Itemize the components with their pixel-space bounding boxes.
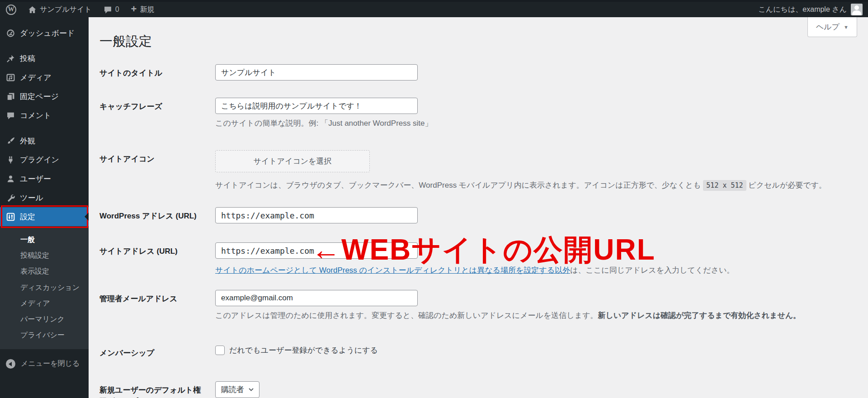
submenu-item-reading[interactable]: 表示設定: [0, 263, 89, 279]
home-icon: [28, 5, 37, 14]
comment-bubble-icon: [104, 5, 112, 14]
pages-icon: [6, 92, 15, 101]
membership-checkbox-label: だれでもユーザー登録ができるようにする: [229, 345, 378, 355]
tagline-input[interactable]: [215, 98, 418, 114]
site-address-help-link[interactable]: サイトのホームページとして WordPress のインストールディレクトリとは異…: [215, 266, 570, 275]
visit-site-button[interactable]: サンプルサイト: [22, 2, 98, 17]
chevron-down-icon: ▼: [844, 24, 849, 30]
sidebar-item-appearance[interactable]: 外観: [0, 131, 89, 150]
main-content: ヘルプ ▼ 一般設定 サイトのタイトル キャッチフレーズ このサイトの簡単な説明…: [89, 17, 868, 398]
admin-bar-site-name: サンプルサイト: [40, 5, 92, 14]
sidebar-item-label: コメント: [20, 110, 52, 121]
sidebar-item-label: 設定: [20, 212, 35, 222]
form-row-tagline: キャッチフレーズ このサイトの簡単な説明。例: 「Just another Wo…: [99, 98, 857, 129]
wordpress-admin-general-settings: W サンプルサイト 0 + 新規 こんにちは、example さん: [0, 0, 868, 398]
site-title-input[interactable]: [215, 64, 418, 81]
comments-shortcut[interactable]: 0: [98, 2, 125, 17]
admin-email-label: 管理者メールアドレス: [99, 290, 215, 322]
site-address-label: サイトアドレス (URL): [99, 242, 215, 276]
sidebar-item-label: メディア: [20, 72, 52, 83]
tagline-description: このサイトの簡単な説明。例: 「Just another WordPress s…: [215, 118, 432, 129]
settings-icon: [6, 213, 15, 221]
admin-sidebar: ダッシュボード 投稿 メディア 固定ページ: [0, 17, 89, 398]
sidebar-item-posts[interactable]: 投稿: [0, 49, 89, 68]
site-icon-desc-text: サイトアイコンは、ブラウザのタブ、ブックマークバー、WordPress モバイル…: [215, 181, 703, 190]
tools-icon: [6, 194, 15, 202]
wordpress-menu-button[interactable]: W: [0, 2, 22, 17]
sidebar-item-comments[interactable]: コメント: [0, 106, 89, 125]
sidebar-item-tools[interactable]: ツール: [0, 188, 89, 207]
plus-icon: +: [131, 4, 137, 14]
submenu-item-permalinks[interactable]: パーマリンク: [0, 311, 89, 327]
form-row-admin-email: 管理者メールアドレス このアドレスは管理のために使用されます。変更すると、確認の…: [99, 290, 857, 322]
icon-size-code: 512 x 512: [703, 180, 746, 191]
default-role-value: 購読者: [221, 384, 244, 395]
form-row-site-icon: サイトアイコン サイトアイコンを選択 サイトアイコンは、ブラウザのタブ、ブックマ…: [99, 150, 857, 191]
submenu-item-general[interactable]: 一般: [0, 232, 89, 247]
sidebar-item-settings[interactable]: 設定: [0, 207, 89, 226]
site-address-input[interactable]: [215, 242, 418, 259]
appearance-icon: [6, 137, 15, 145]
media-icon: [6, 73, 15, 82]
collapse-arrow-icon: [6, 359, 15, 369]
submenu-item-media[interactable]: メディア: [0, 295, 89, 311]
wordpress-logo-icon: W: [6, 5, 16, 15]
collapse-menu-label: メニューを閉じる: [21, 359, 80, 369]
sidebar-item-users[interactable]: ユーザー: [0, 169, 89, 188]
site-address-desc-after: は、ここに同じアドレスを入力してください。: [570, 266, 734, 275]
site-icon-label: サイトアイコン: [99, 150, 215, 191]
membership-label: メンバーシップ: [99, 344, 215, 359]
admin-email-input[interactable]: [215, 290, 418, 306]
new-content-button[interactable]: + 新規: [125, 2, 160, 17]
admin-bar: W サンプルサイト 0 + 新規 こんにちは、example さん: [0, 0, 868, 17]
default-role-label: 新規ユーザーのデフォルト権限グループ: [99, 381, 215, 398]
tagline-label: キャッチフレーズ: [99, 98, 215, 129]
form-row-membership: メンバーシップ だれでもユーザー登録ができるようにする: [99, 344, 857, 359]
help-label: ヘルプ: [816, 22, 840, 32]
sidebar-item-label: 固定ページ: [20, 91, 59, 102]
help-button[interactable]: ヘルプ ▼: [807, 17, 857, 37]
default-role-select[interactable]: 購読者: [215, 381, 259, 398]
user-avatar[interactable]: [851, 4, 863, 15]
user-greeting[interactable]: こんにちは、example さん: [758, 5, 847, 14]
comment-icon: [6, 111, 15, 120]
admin-email-description: このアドレスは管理のために使用されます。変更すると、確認のため新しいアドレスにメ…: [215, 310, 801, 322]
admin-email-desc-bold: 新しいアドレスは確認が完了するまで有効化されません。: [598, 311, 801, 320]
site-icon-desc-text-after: ピクセルが必要です。: [746, 181, 827, 190]
admin-menu: ダッシュボード 投稿 メディア 固定ページ: [0, 17, 89, 375]
form-row-site-title: サイトのタイトル: [99, 64, 857, 81]
sidebar-item-media[interactable]: メディア: [0, 68, 89, 87]
plugin-icon: [6, 156, 15, 164]
form-row-default-role: 新規ユーザーのデフォルト権限グループ 購読者: [99, 381, 857, 398]
sidebar-item-label: ツール: [20, 193, 43, 203]
sidebar-item-label: ダッシュボード: [20, 28, 75, 38]
sidebar-item-plugins[interactable]: プラグイン: [0, 150, 89, 169]
page-title: 一般設定: [99, 33, 857, 51]
membership-checkbox[interactable]: [215, 346, 225, 355]
sidebar-item-label: 外観: [20, 136, 35, 146]
sidebar-item-label: プラグイン: [20, 155, 59, 165]
new-label: 新規: [140, 5, 154, 14]
users-icon: [6, 175, 15, 183]
current-menu-arrow-icon: [85, 213, 89, 221]
wordpress-address-label: WordPress アドレス (URL): [99, 207, 215, 223]
pin-icon: [6, 54, 15, 63]
site-address-description: サイトのホームページとして WordPress のインストールディレクトリとは異…: [215, 265, 735, 276]
sidebar-item-pages[interactable]: 固定ページ: [0, 87, 89, 106]
submenu-item-discussion[interactable]: ディスカッション: [0, 280, 89, 295]
comments-count: 0: [115, 5, 119, 14]
dashboard-icon: [6, 29, 15, 38]
admin-email-desc-normal: このアドレスは管理のために使用されます。変更すると、確認のため新しいアドレスにメ…: [215, 311, 598, 320]
choose-site-icon-button[interactable]: サイトアイコンを選択: [215, 150, 370, 172]
collapse-menu-button[interactable]: メニューを閉じる: [0, 353, 89, 375]
settings-submenu: 一般 投稿設定 表示設定 ディスカッション メディア パーマリンク プライバシー: [0, 226, 89, 349]
menu-separator: [0, 125, 89, 131]
wordpress-address-input[interactable]: [215, 207, 418, 223]
sidebar-item-label: ユーザー: [20, 174, 51, 184]
site-icon-description: サイトアイコンは、ブラウザのタブ、ブックマークバー、WordPress モバイル…: [215, 180, 826, 191]
form-row-site-address: サイトアドレス (URL) ←WEBサイトの公開URL サイトのホームページとし…: [99, 242, 857, 276]
sidebar-item-dashboard[interactable]: ダッシュボード: [0, 24, 89, 43]
submenu-item-writing[interactable]: 投稿設定: [0, 247, 89, 263]
submenu-item-privacy[interactable]: プライバシー: [0, 327, 89, 343]
chevron-down-icon: [249, 388, 254, 391]
